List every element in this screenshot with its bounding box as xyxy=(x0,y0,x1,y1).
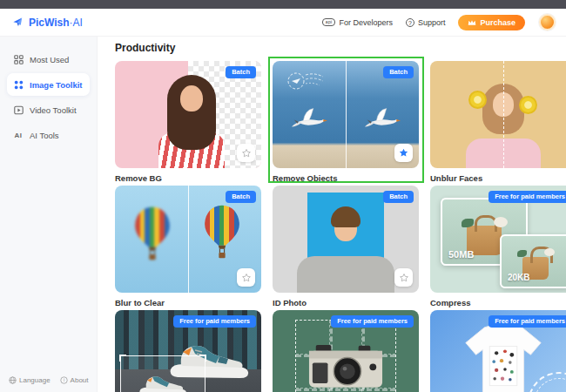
ai-icon: AI xyxy=(13,130,24,140)
card-label: Compress xyxy=(430,298,566,308)
balloon-sharp xyxy=(202,203,242,262)
favorite-button-active[interactable] xyxy=(394,144,413,162)
api-icon: api xyxy=(322,18,336,26)
app-header: PicWish·AI api For Developers ? Support … xyxy=(0,9,566,37)
card-label: Remove Objects xyxy=(273,173,419,183)
globe-icon xyxy=(9,376,17,384)
crop-handle[interactable] xyxy=(119,355,126,362)
svg-text:i: i xyxy=(64,377,64,382)
grid-icon xyxy=(13,54,24,64)
before-after-divider xyxy=(503,61,504,168)
star-filled-icon xyxy=(398,147,409,159)
sidebar-item-video-toolkit[interactable]: Video Toolkit xyxy=(7,98,90,121)
compress-small-image: 20KB xyxy=(500,234,566,288)
sidebar-item-image-toolkit[interactable]: Image Toolkit xyxy=(7,73,90,96)
favorite-button[interactable] xyxy=(394,268,413,287)
card-remove-bg[interactable]: Batch Remove BG xyxy=(115,61,261,183)
question-icon: ? xyxy=(406,18,414,27)
star-outline-icon xyxy=(399,273,409,283)
free-badge: Free for paid members xyxy=(331,315,414,328)
tool-grid: Batch Remove BG xyxy=(115,61,566,392)
star-outline-icon xyxy=(241,148,252,159)
main-content: Productivity Batch Remove BG xyxy=(98,37,566,392)
card-compress[interactable]: 50MB 20KB Free for paid members Compress xyxy=(430,186,566,308)
card-photo-crop[interactable]: Free for paid members xyxy=(115,310,261,392)
balloon-blurry xyxy=(132,205,172,264)
file-size-small: 20KB xyxy=(508,273,530,282)
image-toolkit-icon xyxy=(13,79,24,90)
card-blur-to-clear[interactable]: Batch Blur to Clear xyxy=(115,186,261,308)
card-unblur-faces[interactable]: Unblur Faces xyxy=(430,61,566,183)
section-title: Productivity xyxy=(115,42,566,54)
star-outline-icon xyxy=(241,273,252,283)
vintage-camera xyxy=(307,341,384,391)
sidebar-item-most-used[interactable]: Most Used xyxy=(7,48,90,71)
user-avatar[interactable] xyxy=(539,14,556,30)
card-label: Unblur Faces xyxy=(430,173,566,183)
file-size-large: 50MB xyxy=(448,249,474,260)
crown-icon xyxy=(468,19,476,26)
crop-selection-box[interactable] xyxy=(120,355,206,392)
favorite-button[interactable] xyxy=(237,268,255,287)
lemon-right xyxy=(519,96,537,114)
info-icon: i xyxy=(60,376,68,384)
sidebar-item-ai-tools[interactable]: AI AI Tools xyxy=(7,124,90,146)
card-id-photo[interactable]: Batch ID Photo xyxy=(273,186,419,308)
card-label: ID Photo xyxy=(273,298,419,308)
object-doodle-icon xyxy=(286,70,325,94)
man-figure xyxy=(297,256,394,293)
card-remove-objects[interactable]: Batch Remove Objects xyxy=(273,61,419,183)
lemon-left xyxy=(468,91,487,109)
picwish-bird-icon xyxy=(12,17,24,29)
purchase-button[interactable]: Purchase xyxy=(458,15,525,30)
for-developers-link[interactable]: api For Developers xyxy=(322,18,393,27)
card-label: Remove BG xyxy=(115,173,261,183)
batch-badge: Batch xyxy=(383,191,414,203)
video-icon xyxy=(13,105,24,115)
browser-chrome-bar xyxy=(0,0,566,9)
card-camera-crop[interactable]: Free for paid members xyxy=(273,310,419,392)
batch-badge: Batch xyxy=(226,66,256,78)
card-label: Blur to Clear xyxy=(115,298,261,308)
batch-badge: Batch xyxy=(226,191,256,203)
sneaker-small xyxy=(137,368,189,392)
free-badge: Free for paid members xyxy=(173,315,256,328)
free-badge: Free for paid members xyxy=(489,191,566,203)
app-title: PicWish·AI xyxy=(29,17,83,29)
seagull-right xyxy=(361,106,401,131)
support-link[interactable]: ? Support xyxy=(406,18,446,27)
picwish-logo[interactable]: PicWish·AI xyxy=(12,17,83,29)
free-badge: Free for paid members xyxy=(489,315,566,328)
language-button[interactable]: Language xyxy=(9,376,51,384)
favorite-button[interactable] xyxy=(237,144,255,162)
crop-handle[interactable] xyxy=(199,355,206,362)
sidebar: Most Used Image Toolkit Video Toolkit AI… xyxy=(0,37,98,392)
seagull-left xyxy=(288,106,328,131)
card-tshirt-watermark[interactable]: Your Text Free for paid members xyxy=(430,310,566,392)
batch-badge: Batch xyxy=(383,66,414,78)
about-button[interactable]: i About xyxy=(60,376,89,384)
